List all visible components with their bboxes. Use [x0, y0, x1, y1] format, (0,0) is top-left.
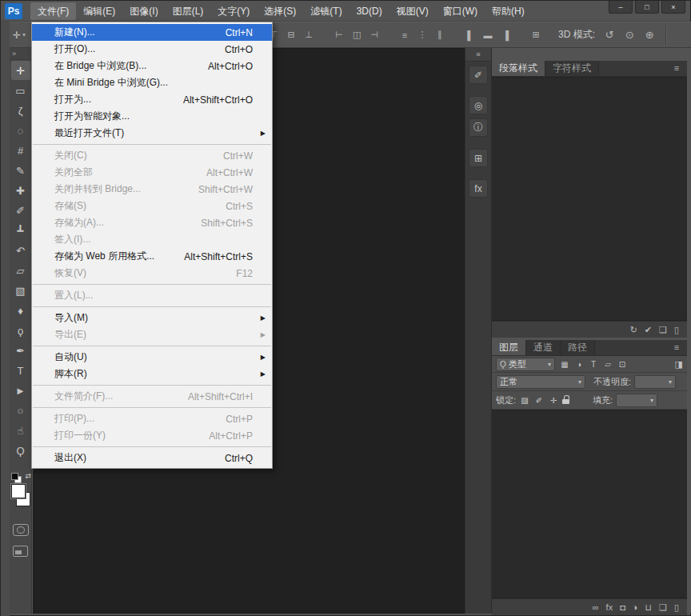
tab-character-styles[interactable]: 字符样式: [545, 61, 599, 76]
file-menu-item-place[interactable]: 置入(L)...: [32, 287, 272, 304]
healing-brush-tool[interactable]: ✚: [11, 181, 30, 200]
ellipse-tool[interactable]: ○: [11, 401, 30, 420]
brush-tool[interactable]: ✐: [11, 201, 30, 220]
file-menu-item[interactable]: [33, 346, 271, 346]
delete-layer-icon[interactable]: ▯: [674, 603, 679, 612]
eraser-tool[interactable]: ▱: [11, 261, 30, 280]
history-brush-tool[interactable]: ↶: [11, 241, 30, 260]
lock-position-icon[interactable]: ✛: [548, 394, 559, 406]
clone-source-panel-icon[interactable]: ◎: [469, 96, 488, 114]
tab-paragraph-styles[interactable]: 段落样式: [492, 61, 545, 76]
3d-drag-icon[interactable]: ⊕: [641, 27, 657, 42]
file-menu-item-browse-in-mini-bridge[interactable]: 在 Mini Bridge 中浏览(G)...: [32, 74, 272, 91]
file-menu-item[interactable]: [33, 284, 271, 285]
lasso-tool[interactable]: ζ: [11, 101, 30, 120]
filter-shape-layers-icon[interactable]: ▱: [601, 358, 614, 370]
crop-tool[interactable]: #: [11, 141, 30, 160]
file-menu-item-save-as[interactable]: 存储为(A)... Shift+Ctrl+S: [32, 214, 272, 231]
file-menu-item-open-as-smart-object[interactable]: 打开为智能对象...: [32, 108, 272, 125]
new-style-icon[interactable]: ❏: [659, 326, 667, 334]
swap-colors-icon[interactable]: ⇄: [25, 472, 31, 480]
new-group-icon[interactable]: ⊔: [645, 603, 652, 612]
pen-tool[interactable]: ✒: [11, 341, 30, 360]
link-layers-icon[interactable]: ∞: [593, 603, 599, 612]
lock-all-icon[interactable]: [562, 394, 570, 406]
3d-rotate-icon[interactable]: ↺: [601, 27, 617, 42]
align-vertical-centers-icon[interactable]: ⊟: [283, 27, 299, 42]
screen-mode-button[interactable]: [13, 546, 28, 557]
distribute-vertical-centers-icon[interactable]: ⋮: [414, 27, 430, 42]
file-menu-item-exit[interactable]: 退出(X) Ctrl+Q: [32, 450, 272, 466]
tab-channels[interactable]: 通道: [526, 340, 561, 355]
align-bottom-edges-icon[interactable]: ⊥: [301, 27, 317, 42]
new-layer-icon[interactable]: ❏: [659, 603, 667, 612]
filter-adjustment-layers-icon[interactable]: ◑: [573, 358, 585, 370]
tab-layers[interactable]: 图层: [492, 340, 526, 355]
menubar-item-edit[interactable]: 编辑(E): [76, 2, 122, 20]
toolbar-collapse-icon[interactable]: »: [10, 48, 31, 60]
distribute-horizontal-centers-icon[interactable]: ▬: [480, 27, 496, 42]
file-menu-item[interactable]: [33, 446, 271, 447]
new-adjustment-layer-icon[interactable]: ◑: [633, 603, 638, 612]
menubar-item-file[interactable]: 文件(F): [30, 2, 76, 20]
clone-stamp-tool[interactable]: ┻: [11, 221, 30, 240]
layer-effects-icon[interactable]: fx: [606, 603, 613, 612]
3d-scene-grid-icon[interactable]: ⊞: [528, 27, 544, 42]
align-horizontal-centers-icon[interactable]: ◫: [349, 27, 365, 42]
menubar-item-select[interactable]: 选择(S): [257, 2, 303, 20]
quick-mask-button[interactable]: [13, 524, 29, 536]
file-menu-item[interactable]: [33, 144, 271, 145]
close-button[interactable]: ×: [661, 1, 685, 14]
file-menu-item-print[interactable]: 打印(P)... Ctrl+P: [32, 410, 272, 427]
blur-tool[interactable]: ♦: [11, 301, 30, 320]
file-menu-item-save[interactable]: 存储(S) Ctrl+S: [32, 198, 272, 214]
file-menu-item-import[interactable]: 导入(M) ▶: [32, 310, 272, 326]
menubar-item-filter[interactable]: 滤镜(T): [303, 2, 349, 20]
distribute-right-edges-icon[interactable]: ▐: [497, 27, 513, 42]
path-selection-tool[interactable]: ►: [11, 381, 30, 400]
filter-toggle-icon[interactable]: ◨: [675, 359, 683, 370]
file-menu-item-open-recent[interactable]: 最近打开文件(T) ▶: [32, 125, 272, 142]
distribute-bottom-edges-icon[interactable]: ∥: [432, 27, 448, 42]
file-menu-item-save-for-web[interactable]: 存储为 Web 所用格式... Alt+Shift+Ctrl+S: [32, 248, 272, 265]
info-panel-icon[interactable]: ⓘ: [469, 118, 488, 137]
blend-mode-dropdown[interactable]: 正常 ▾: [496, 375, 585, 389]
styles-panel-icon[interactable]: fx: [469, 179, 488, 198]
add-layer-mask-icon[interactable]: ◘: [620, 603, 625, 612]
move-tool[interactable]: ✛: [11, 61, 30, 80]
file-menu-item-new[interactable]: 新建(N)... Ctrl+N: [32, 24, 272, 41]
menubar-item-image[interactable]: 图像(I): [122, 2, 165, 20]
file-menu-item-print-one-copy[interactable]: 打印一份(Y) Alt+Ctrl+P: [32, 427, 272, 444]
panel-menu-icon[interactable]: ≡: [666, 340, 687, 355]
delete-style-icon[interactable]: ▯: [674, 326, 679, 334]
distribute-left-edges-icon[interactable]: ▌: [462, 27, 478, 42]
lock-transparency-icon[interactable]: ▨: [519, 394, 530, 406]
menubar-item-type[interactable]: 文字(Y): [210, 2, 257, 20]
3d-roll-icon[interactable]: ⊙: [621, 27, 637, 42]
filter-type-layers-icon[interactable]: T: [587, 358, 600, 370]
menubar-item-view[interactable]: 视图(V): [389, 2, 436, 20]
distribute-top-edges-icon[interactable]: ≡: [397, 27, 413, 42]
quick-selection-tool[interactable]: ◌: [11, 121, 30, 140]
horizontal-type-tool[interactable]: T: [11, 361, 30, 380]
update-style-icon[interactable]: ↻: [630, 326, 637, 334]
expand-dock-icon[interactable]: «: [465, 48, 491, 62]
lock-pixels-icon[interactable]: ✐: [533, 394, 545, 406]
file-menu-item-export[interactable]: 导出(E) ▶: [32, 326, 272, 343]
minimize-button[interactable]: –: [609, 1, 633, 14]
tab-paths[interactable]: 路径: [561, 340, 595, 355]
file-menu-item-open[interactable]: 打开(O)... Ctrl+O: [32, 41, 272, 58]
file-menu-item-automate[interactable]: 自动(U) ▶: [32, 349, 272, 366]
menubar-item-window[interactable]: 窗口(W): [436, 2, 485, 20]
file-menu-item-browse-in-bridge[interactable]: 在 Bridge 中浏览(B)... Alt+Ctrl+O: [32, 58, 272, 74]
gradient-tool[interactable]: ▧: [11, 281, 30, 300]
filter-pixel-layers-icon[interactable]: ▦: [558, 358, 571, 370]
file-menu-item-close-all[interactable]: 关闭全部 Alt+Ctrl+W: [32, 164, 272, 181]
align-right-edges-icon[interactable]: ⊣: [366, 27, 382, 42]
file-menu-item-scripts[interactable]: 脚本(R) ▶: [32, 366, 272, 382]
file-menu-item[interactable]: [33, 385, 271, 386]
file-menu-item-file-info[interactable]: 文件简介(F)... Alt+Shift+Ctrl+I: [32, 388, 272, 405]
menubar-item-3d[interactable]: 3D(D): [349, 2, 389, 20]
tool-preset-picker[interactable]: ✛ ▾: [13, 30, 26, 41]
maximize-button[interactable]: □: [635, 1, 659, 14]
